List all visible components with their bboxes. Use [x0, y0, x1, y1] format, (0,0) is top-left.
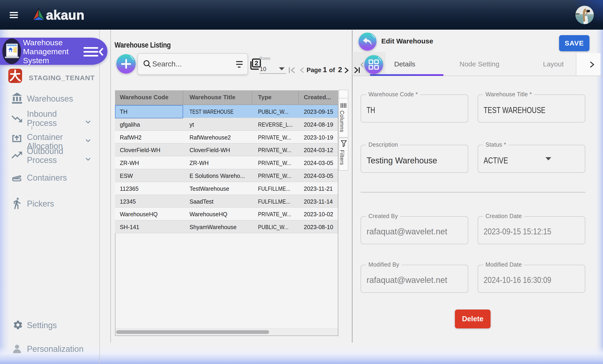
svg-text:2: 2: [255, 59, 258, 67]
